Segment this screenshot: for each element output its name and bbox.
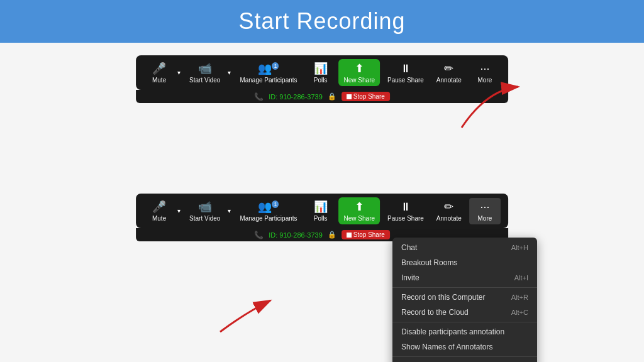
- arrow-1: [449, 77, 525, 128]
- mute-icon: 🎤: [152, 62, 166, 75]
- mute-group-2: 🎤 Mute ▾: [143, 197, 182, 224]
- mute-label-2: Mute: [152, 215, 166, 222]
- invite-shortcut: Alt+I: [514, 274, 528, 282]
- stop-share-button-1[interactable]: Stop Share: [341, 92, 390, 101]
- show-names-label: Show Names of Annotators: [401, 343, 492, 351]
- lock-icon-2: 🔒: [328, 231, 336, 239]
- polls-button[interactable]: 📊 Polls: [305, 59, 336, 86]
- participants-label: Manage Participants: [240, 77, 297, 84]
- mute-button[interactable]: 🎤 Mute: [143, 59, 175, 86]
- polls-icon-2: 📊: [314, 200, 328, 214]
- stop-share-square-icon-1: [347, 94, 352, 99]
- participants-label-2: Manage Participants: [240, 215, 297, 222]
- new-share-label-2: New Share: [344, 215, 375, 222]
- menu-item-chat[interactable]: Chat Alt+H: [392, 240, 537, 255]
- record-computer-shortcut: Alt+R: [511, 293, 528, 301]
- mute-chevron[interactable]: ▾: [176, 68, 182, 77]
- new-share-icon-2: ⬆: [355, 200, 364, 214]
- menu-item-record-computer[interactable]: Record on this Computer Alt+R: [392, 290, 537, 305]
- polls-icon: 📊: [314, 62, 328, 75]
- record-computer-label: Record on this Computer: [401, 293, 485, 302]
- invite-label: Invite: [401, 273, 419, 282]
- video-label-2: Start Video: [189, 215, 220, 222]
- pause-share-label-2: Pause Share: [387, 215, 424, 222]
- new-share-label: New Share: [344, 77, 375, 84]
- menu-divider-3: [392, 356, 537, 357]
- mute-button-2[interactable]: 🎤 Mute: [143, 197, 175, 224]
- annotate-icon-2: ✏: [444, 200, 453, 214]
- new-share-icon: ⬆: [355, 62, 364, 75]
- content-area: 🎤 Mute ▾ 📹 Start Video ▾ 👥1 Manage Parti…: [0, 43, 644, 362]
- participants-icon-2: 👥1: [258, 200, 279, 214]
- annotate-button-2[interactable]: ✏ Annotate: [431, 197, 467, 224]
- start-video-button-2[interactable]: 📹 Start Video: [184, 197, 225, 224]
- mute-chevron-2[interactable]: ▾: [176, 206, 182, 216]
- polls-label-2: Polls: [314, 215, 328, 222]
- phone-icon-2: 📞: [254, 231, 264, 239]
- video-icon-2: 📹: [198, 200, 212, 214]
- polls-button-2[interactable]: 📊 Polls: [305, 197, 336, 224]
- lock-icon-1: 🔒: [328, 92, 336, 101]
- more-label-2: More: [478, 215, 492, 222]
- menu-item-invite[interactable]: Invite Alt+I: [392, 270, 537, 285]
- meeting-id-1: ID: 910-286-3739: [269, 93, 323, 101]
- meeting-id-2: ID: 910-286-3739: [269, 231, 323, 239]
- menu-item-hide-controls[interactable]: Hide Floating Meeting Controls Ctrl·Alt·…: [392, 359, 537, 362]
- more-button-2[interactable]: ··· More: [469, 198, 501, 224]
- video-chevron[interactable]: ▾: [226, 68, 232, 77]
- mute-icon-2: 🎤: [152, 200, 166, 214]
- record-cloud-shortcut: Alt+C: [511, 309, 528, 316]
- new-share-button[interactable]: ⬆ New Share: [339, 59, 380, 86]
- video-icon: 📹: [198, 62, 212, 75]
- menu-divider-1: [392, 287, 537, 288]
- manage-participants-button[interactable]: 👥1 Manage Participants: [235, 59, 302, 86]
- annotate-icon: ✏: [444, 62, 453, 75]
- stop-share-button-2[interactable]: Stop Share: [341, 230, 390, 239]
- video-group: 📹 Start Video ▾: [184, 59, 232, 86]
- menu-item-breakout-rooms[interactable]: Breakout Rooms: [392, 255, 537, 270]
- manage-participants-button-2[interactable]: 👥1 Manage Participants: [235, 197, 302, 224]
- new-share-button-2[interactable]: ⬆ New Share: [339, 197, 380, 224]
- pause-icon-2: ⏸: [400, 200, 411, 214]
- menu-item-show-names[interactable]: Show Names of Annotators: [392, 339, 537, 354]
- menu-item-record-cloud[interactable]: Record to the Cloud Alt+C: [392, 305, 537, 320]
- video-chevron-2[interactable]: ▾: [226, 206, 232, 216]
- record-cloud-label: Record to the Cloud: [401, 308, 469, 317]
- disable-annotation-label: Disable participants annotation: [401, 327, 504, 336]
- polls-label: Polls: [314, 77, 328, 84]
- chat-shortcut: Alt+H: [511, 244, 528, 251]
- more-icon-2: ···: [480, 200, 489, 214]
- menu-divider-2: [392, 322, 537, 322]
- header: Start Recording: [0, 0, 644, 43]
- pause-share-button[interactable]: ⏸ Pause Share: [382, 60, 429, 86]
- participants-icon: 👥1: [258, 62, 279, 75]
- stop-share-label-1: Stop Share: [353, 93, 385, 100]
- more-icon: ···: [480, 62, 489, 75]
- page-title: Start Recording: [238, 8, 405, 35]
- toolbar-2-bar: 🎤 Mute ▾ 📹 Start Video ▾ 👥1 Manage Parti…: [136, 194, 508, 228]
- annotate-label-2: Annotate: [436, 215, 462, 222]
- phone-icon-1: 📞: [254, 92, 264, 101]
- mute-group: 🎤 Mute ▾: [143, 59, 182, 86]
- start-video-button[interactable]: 📹 Start Video: [184, 59, 225, 86]
- stop-share-label-2: Stop Share: [353, 231, 385, 238]
- mute-label: Mute: [152, 77, 166, 84]
- stop-share-square-icon-2: [347, 233, 352, 238]
- video-label: Start Video: [189, 77, 220, 84]
- pause-icon: ⏸: [400, 62, 411, 75]
- arrow-2: [208, 282, 270, 332]
- more-dropdown-menu: Chat Alt+H Breakout Rooms Invite Alt+I R…: [392, 238, 537, 362]
- menu-item-disable-annotation[interactable]: Disable participants annotation: [392, 324, 537, 339]
- chat-label: Chat: [401, 243, 417, 252]
- toolbar-2: 🎤 Mute ▾ 📹 Start Video ▾ 👥1 Manage Parti…: [136, 194, 508, 241]
- pause-share-button-2[interactable]: ⏸ Pause Share: [382, 198, 429, 224]
- breakout-rooms-label: Breakout Rooms: [401, 258, 457, 267]
- video-group-2: 📹 Start Video ▾: [184, 197, 232, 224]
- pause-share-label: Pause Share: [387, 77, 424, 84]
